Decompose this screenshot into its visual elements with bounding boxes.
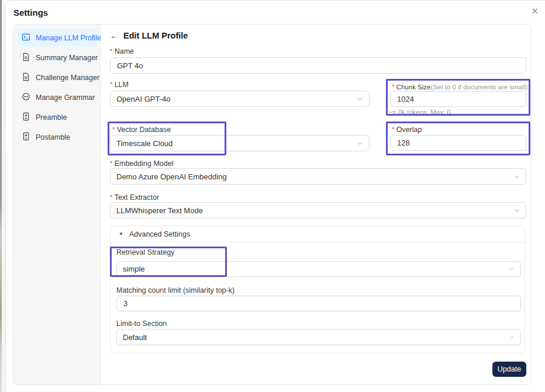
chevron-down-icon [357, 96, 363, 102]
sidebar-item-manage-grammar[interactable]: Manage Grammar [17, 89, 96, 106]
vector-database-select[interactable]: Timescale Cloud [110, 135, 370, 151]
matching-count-limit-label: Matching count limit (similarity top-k) [116, 286, 234, 294]
llm-label: *LLM [110, 81, 129, 89]
retrieval-strategy-select[interactable]: simple [116, 261, 521, 277]
chevron-down-icon [508, 266, 515, 272]
retrieval-strategy-label: Retrieval Strategy [116, 248, 174, 256]
sidebar-item-label: Summary Manager [36, 54, 98, 62]
chevron-down-icon [357, 140, 363, 147]
embedding-model-select-value: Demo Azure OpenAI Embedding [116, 172, 227, 181]
llm-select[interactable]: OpenAI GPT-4o [110, 91, 370, 107]
vector-database-select-value: Timescale Cloud [116, 139, 173, 148]
required-asterisk: * [112, 126, 115, 134]
back-arrow-icon[interactable]: ← [110, 31, 118, 40]
text-extractor-select-value: LLMWhisperer Text Mode [116, 206, 203, 215]
text-extractor-select[interactable]: LLMWhisperer Text Mode [110, 202, 526, 218]
sidebar-item-label: Preamble [36, 113, 67, 122]
limit-to-section-select-value: Default [123, 333, 147, 342]
update-button[interactable]: Update [492, 362, 526, 377]
overlap-label: *Overlap [392, 126, 422, 134]
sidebar-item-label: Challenge Manager [36, 74, 99, 82]
required-asterisk: * [110, 47, 113, 55]
settings-body: Manage LLM Profiles Summary Manager [13, 24, 532, 385]
chunk-size-label-suffix: (Set to 0 if documents are small) [430, 84, 527, 91]
message-dots-icon [22, 92, 30, 103]
terminal-icon [22, 33, 30, 43]
required-asterisk: * [110, 193, 113, 202]
required-asterisk: * [110, 81, 113, 89]
retrieval-strategy-select-value: simple [123, 265, 145, 273]
sidebar-item-preamble[interactable]: Preamble [17, 109, 96, 126]
text-extractor-label: *Text Extractor [110, 193, 159, 202]
advanced-settings-toggle[interactable]: ▼ Advanced Settings [111, 226, 525, 242]
chevron-down-icon [513, 174, 520, 180]
required-asterisk: * [392, 126, 395, 134]
advanced-settings-panel: ▼ Advanced Settings Retrieval Strategy s… [110, 226, 525, 353]
sidebar-item-postamble[interactable]: Postamble [17, 129, 96, 146]
chevron-down-icon [508, 334, 515, 341]
settings-modal: Settings ✕ Manage LLM Profiles [5, 0, 545, 392]
edit-llm-profile-panel: ← Edit LLM Profile *Name *LLM OpenAI GPT… [101, 25, 531, 384]
file-diff-icon [22, 132, 30, 143]
file-text-icon [22, 72, 30, 83]
sidebar-item-label: Manage Grammar [36, 93, 95, 102]
caret-down-icon: ▼ [119, 231, 123, 237]
chevron-down-icon [513, 207, 520, 214]
sidebar-item-summary-manager[interactable]: Summary Manager [17, 49, 96, 67]
advanced-settings-title: Advanced Settings [129, 230, 190, 238]
sidebar-item-challenge-manager[interactable]: Challenge Manager [17, 69, 96, 86]
modal-header: Settings ✕ [6, 1, 545, 24]
llm-select-value: OpenAI GPT-4o [116, 95, 171, 103]
embedding-model-label: *Embedding Model [110, 159, 173, 168]
embedding-model-select[interactable]: Demo Azure OpenAI Embedding [110, 168, 526, 185]
modal-title: Settings [13, 8, 48, 18]
file-text-icon [22, 53, 30, 63]
overlap-input[interactable] [390, 135, 526, 151]
sidebar-item-label: Postamble [36, 133, 70, 141]
sidebar: Manage LLM Profiles Summary Manager [13, 25, 101, 384]
chunk-size-input[interactable] [390, 91, 526, 107]
page-title: Edit LLM Profile [123, 31, 188, 40]
close-icon[interactable]: ✕ [531, 6, 539, 15]
matching-count-limit-input[interactable] [116, 296, 521, 311]
required-asterisk: * [392, 83, 395, 91]
sidebar-item-label: Manage LLM Profiles [36, 34, 105, 42]
name-input[interactable] [110, 57, 526, 74]
file-diff-icon [22, 112, 30, 123]
chunk-size-label: *Chunk Size(Set to 0 if documents are sm… [392, 83, 527, 91]
sidebar-item-manage-llm-profiles[interactable]: Manage LLM Profiles [17, 29, 96, 47]
limit-to-section-select[interactable]: Default [116, 329, 521, 345]
name-label: *Name [110, 47, 134, 55]
vector-database-label: *Vector Database [112, 126, 171, 134]
required-asterisk: * [110, 159, 113, 168]
chunk-size-hint: ~= 0k tokens, Max: 0 [388, 109, 451, 116]
limit-to-section-label: Limit-to Section [116, 320, 167, 328]
